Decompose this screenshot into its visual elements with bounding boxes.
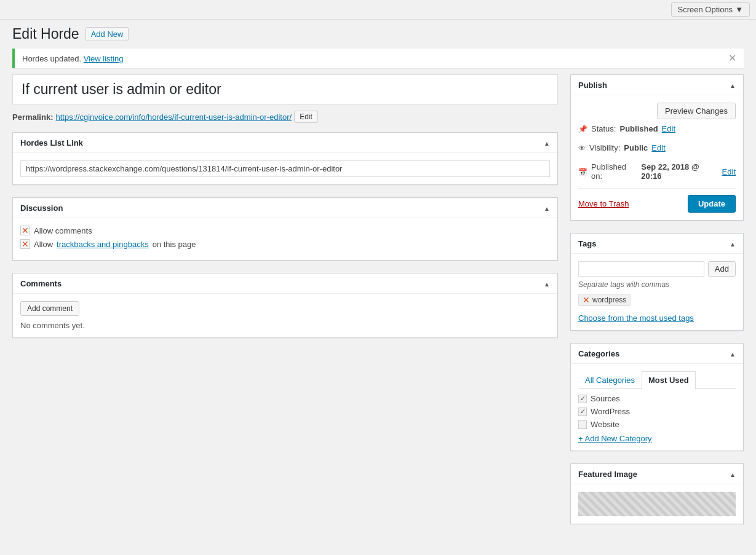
category-tabs: All Categories Most Used [578, 371, 736, 389]
preview-changes-button[interactable]: Preview Changes [657, 103, 736, 119]
featured-image-header[interactable]: Featured Image [571, 464, 743, 484]
tags-header[interactable]: Tags [571, 234, 743, 254]
wordpress-label: WordPress [591, 407, 630, 416]
discussion-header[interactable]: Discussion [13, 198, 557, 218]
tab-all-categories[interactable]: All Categories [578, 371, 642, 388]
published-on-label: Published on: [591, 162, 637, 181]
hordes-list-link-toggle[interactable] [544, 138, 550, 148]
categories-toggle[interactable] [730, 348, 736, 358]
publish-title: Publish [578, 81, 607, 90]
discussion-body: ✕ Allow comments ✕ Allow trackbacks and … [13, 218, 557, 260]
allow-trackbacks-row: ✕ Allow trackbacks and pingbacks on this… [20, 239, 550, 249]
allow-comments-row: ✕ Allow comments [20, 226, 550, 235]
trackbacks-link[interactable]: trackbacks and pingbacks [57, 240, 149, 249]
categories-box: Categories All Categories Most Used Sour… [570, 343, 744, 451]
comments-header[interactable]: Comments [13, 274, 557, 294]
permalink-row: Permalink: https://cginvoice.com/info/ho… [12, 111, 558, 123]
add-new-category-link[interactable]: + Add New Category [578, 434, 652, 443]
categories-header[interactable]: Categories [571, 344, 743, 364]
post-title-input[interactable] [12, 74, 558, 104]
comments-title: Comments [20, 279, 62, 288]
website-label: Website [591, 420, 619, 429]
tag-hint: Separate tags with commas [578, 280, 736, 289]
right-column: Publish Preview Changes Status: Publishe… [570, 74, 744, 537]
tag-item: ✕ wordpress [578, 294, 631, 306]
tags-toggle[interactable] [730, 238, 736, 248]
featured-image-placeholder [578, 492, 736, 516]
tag-remove-button[interactable]: ✕ [583, 296, 590, 304]
allow-trackbacks-checkbox[interactable]: ✕ [20, 239, 30, 249]
visibility-icon [578, 143, 586, 152]
hordes-list-link-input[interactable] [20, 160, 550, 177]
sources-label: Sources [591, 394, 620, 403]
category-sources: Sources [578, 394, 736, 403]
tag-item-label: wordpress [592, 296, 626, 304]
status-value: Published [619, 124, 658, 133]
category-list: Sources WordPress Website [578, 394, 736, 429]
tags-body: Add Separate tags with commas ✕ wordpres… [571, 254, 743, 330]
categories-title: Categories [578, 349, 619, 358]
allow-comments-checkbox[interactable]: ✕ [20, 226, 30, 235]
status-edit-link[interactable]: Edit [662, 124, 675, 133]
status-label: Status: [591, 124, 616, 133]
allow-trackbacks-allow: Allow [34, 240, 53, 249]
featured-image-box: Featured Image [570, 463, 744, 524]
chevron-up-icon-5 [730, 238, 736, 248]
no-comments-text: No comments yet. [20, 321, 550, 330]
notice-text: Hordes updated. View listing [22, 54, 124, 63]
update-button[interactable]: Update [688, 195, 736, 213]
chevron-up-icon-6 [730, 348, 736, 358]
status-icon [578, 124, 587, 133]
publish-box: Publish Preview Changes Status: Publishe… [570, 74, 744, 221]
comments-toggle[interactable] [544, 278, 550, 288]
comments-body: Add comment No comments yet. [13, 294, 557, 337]
visibility-label: Visibility: [589, 143, 620, 152]
discussion-metabox: Discussion ✕ Allow comments ✕ Allow trac… [12, 197, 558, 261]
add-new-button[interactable]: Add New [86, 27, 129, 41]
published-on-edit-link[interactable]: Edit [722, 167, 736, 176]
calendar-icon [578, 167, 587, 176]
chevron-up-icon-7 [730, 468, 736, 479]
category-website: Website [578, 420, 736, 429]
category-wordpress: WordPress [578, 407, 736, 416]
chevron-up-icon-4 [730, 79, 736, 90]
screen-options-button[interactable]: Screen Options ▼ [671, 2, 750, 17]
move-to-trash-link[interactable]: Move to Trash [578, 199, 629, 208]
publish-toggle[interactable] [730, 80, 736, 90]
page-title: Edit Horde [12, 26, 79, 42]
permalink-label: Permalink: [12, 112, 53, 122]
publish-header[interactable]: Publish [571, 75, 743, 95]
featured-image-title: Featured Image [578, 470, 637, 479]
wordpress-checkbox[interactable] [578, 407, 587, 416]
published-on-value: Sep 22, 2018 @ 20:16 [641, 162, 718, 181]
sources-checkbox[interactable] [578, 395, 587, 403]
website-checkbox[interactable] [578, 420, 587, 429]
hordes-list-link-metabox: Hordes List Link [12, 132, 558, 185]
featured-image-body [571, 484, 743, 524]
view-listing-link[interactable]: View listing [84, 54, 124, 63]
discussion-title: Discussion [20, 203, 63, 213]
visibility-row: Visibility: Public Edit [578, 138, 736, 152]
tag-input-row: Add [578, 261, 736, 277]
allow-comments-label: Allow comments [34, 226, 92, 235]
hordes-list-link-header[interactable]: Hordes List Link [13, 133, 557, 153]
tab-most-used[interactable]: Most Used [642, 371, 696, 389]
tags-title: Tags [578, 239, 596, 248]
checkbox-checked-icon-2: ✕ [22, 239, 29, 249]
discussion-toggle[interactable] [544, 203, 550, 213]
add-tag-button[interactable]: Add [708, 261, 736, 277]
status-row: Status: Published Edit [578, 119, 736, 133]
permalink-edit-button[interactable]: Edit [294, 111, 318, 123]
checkbox-checked-icon: ✕ [22, 226, 29, 235]
notice-close-button[interactable]: ✕ [728, 53, 736, 63]
choose-most-used-tags-link[interactable]: Choose from the most used tags [578, 313, 736, 323]
left-column: Permalink: https://cginvoice.com/info/ho… [12, 74, 558, 537]
publish-actions: Move to Trash Update [578, 188, 736, 213]
published-on-row: Published on: Sep 22, 2018 @ 20:16 Edit [578, 157, 736, 181]
add-comment-button[interactable]: Add comment [20, 301, 79, 316]
visibility-edit-link[interactable]: Edit [651, 143, 665, 152]
permalink-url[interactable]: https://cginvoice.com/info/hordes/if-cur… [55, 112, 292, 122]
visibility-value: Public [624, 143, 648, 152]
featured-image-toggle[interactable] [730, 469, 736, 479]
tag-input[interactable] [578, 261, 704, 277]
